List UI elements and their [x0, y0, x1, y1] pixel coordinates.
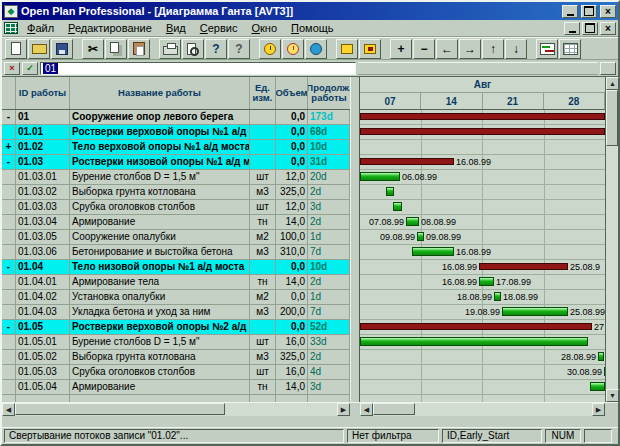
table-row[interactable]: 01.05.02Выборка грунта котлованам3325,02…: [2, 350, 350, 365]
task-bar[interactable]: [360, 172, 400, 181]
menu-window[interactable]: Окно: [244, 22, 284, 34]
title-bar[interactable]: Open Plan Professional - [Диаграмма Гант…: [2, 2, 618, 20]
table-row[interactable]: 01.03.03Срубка оголовков столбовшт12,03d: [2, 200, 350, 215]
table-row[interactable]: 01.03.05Сооружение опалубким2100,01d: [2, 230, 350, 245]
subproject-button[interactable]: [336, 39, 358, 59]
table-row[interactable]: -01.04Тело низовой опоры №1 а/д моста0,0…: [2, 260, 350, 275]
row-expand-toggle[interactable]: -: [2, 155, 16, 169]
table-row[interactable]: +01.02Тело верховой опоры №1 а/д моста0,…: [2, 140, 350, 155]
row-expand-toggle[interactable]: -: [2, 320, 16, 334]
time-analysis-button[interactable]: [259, 39, 281, 59]
column-header-duration[interactable]: Продолж. работы: [308, 77, 350, 109]
spreadsheet-view-button[interactable]: [559, 39, 581, 59]
gantt-scroll-right-button[interactable]: [592, 403, 605, 416]
task-bar[interactable]: [604, 367, 605, 376]
gantt-scroll-left-button[interactable]: [360, 403, 373, 416]
table-row[interactable]: -01Сооружение опор левого берега0,0173d: [2, 110, 350, 125]
task-bar[interactable]: [417, 232, 424, 241]
new-button[interactable]: [5, 39, 27, 59]
move-down-button[interactable]: ↓: [505, 39, 527, 59]
task-bar[interactable]: [479, 277, 494, 286]
task-bar[interactable]: [502, 307, 568, 316]
open-button[interactable]: [28, 39, 50, 59]
cut-button[interactable]: ✂: [82, 39, 104, 59]
gantt-scroll-thumb[interactable]: [373, 403, 415, 415]
expand-button[interactable]: +: [390, 39, 412, 59]
app-icon[interactable]: [4, 5, 18, 18]
table-row[interactable]: 01.05.03Срубка оголовков столбовшт16,04d: [2, 365, 350, 380]
table-row[interactable]: 01.05.01Бурение столбов D = 1,5 м"шт16,0…: [2, 335, 350, 350]
document-window-icon[interactable]: [4, 22, 18, 34]
cancel-edit-button[interactable]: [4, 62, 20, 75]
table-row[interactable]: 01.05.04Армированиетн14,03d: [2, 380, 350, 395]
vertical-scrollbar[interactable]: [605, 77, 618, 402]
vertical-scroll-track[interactable]: [606, 90, 618, 389]
save-button[interactable]: [51, 39, 73, 59]
row-expand-toggle[interactable]: -: [2, 260, 16, 274]
table-row[interactable]: 01.03.01Бурение столбов D = 1,5 м"шт12,0…: [2, 170, 350, 185]
table-horizontal-scrollbar[interactable]: [2, 403, 350, 416]
copy-button[interactable]: [105, 39, 127, 59]
table-row[interactable]: -01.03Ростверки низовой опоры №1 а/д м0,…: [2, 155, 350, 170]
rollup-button[interactable]: [359, 39, 381, 59]
restore-button[interactable]: [581, 5, 597, 18]
task-bar[interactable]: [406, 217, 419, 226]
column-header-unit[interactable]: Ед. изм.: [250, 77, 276, 109]
menu-file[interactable]: Файл: [20, 22, 61, 34]
summary-bar[interactable]: [360, 128, 605, 135]
column-header-volume[interactable]: Объем: [276, 77, 308, 109]
scroll-up-button[interactable]: [606, 77, 619, 90]
collapse-button[interactable]: −: [413, 39, 435, 59]
edit-field[interactable]: 01: [40, 62, 356, 75]
print-preview-button[interactable]: [182, 39, 204, 59]
task-bar[interactable]: [598, 352, 604, 361]
help-button[interactable]: ?: [205, 39, 227, 59]
table-row[interactable]: 01.04.03Укладка бетона и уход за нимм320…: [2, 305, 350, 320]
print-button[interactable]: [159, 39, 181, 59]
table-scroll-thumb[interactable]: [15, 403, 225, 415]
minimize-button[interactable]: [562, 5, 578, 18]
table-row[interactable]: -01.05Ростверки верховой опоры №2 а/д0,0…: [2, 320, 350, 335]
close-button[interactable]: [600, 5, 616, 18]
summary-bar[interactable]: [360, 323, 592, 330]
column-header-id[interactable]: ID работы: [16, 77, 70, 109]
child-close-button[interactable]: [600, 22, 616, 35]
gantt-view-button[interactable]: [536, 39, 558, 59]
gantt-horizontal-scrollbar[interactable]: [360, 403, 605, 416]
table-scroll-left-button[interactable]: [2, 403, 15, 416]
task-bar[interactable]: [360, 337, 588, 346]
task-bar[interactable]: [412, 247, 454, 256]
scroll-down-button[interactable]: [606, 389, 619, 402]
child-restore-button[interactable]: [582, 22, 598, 35]
gantt-scroll-track[interactable]: [373, 403, 592, 416]
task-bar[interactable]: [393, 202, 402, 211]
column-header-name[interactable]: Название работы: [70, 77, 250, 109]
vertical-scroll-thumb[interactable]: [606, 90, 618, 146]
resource-analysis-button[interactable]: [282, 39, 304, 59]
menu-service[interactable]: Сервис: [193, 22, 245, 34]
table-scroll-right-button[interactable]: [337, 403, 350, 416]
menu-help[interactable]: Помощь: [284, 22, 341, 34]
indent-button[interactable]: →: [459, 39, 481, 59]
table-row[interactable]: 01.04.02Установка опалубким20,01d: [2, 290, 350, 305]
menu-edit[interactable]: Редактирование: [61, 22, 159, 34]
table-row[interactable]: 01.03.04Армированиетн14,02d: [2, 215, 350, 230]
menu-view[interactable]: Вид: [159, 22, 193, 34]
edit-bar-right-button[interactable]: [600, 62, 616, 75]
summary-bar[interactable]: [479, 263, 568, 270]
pane-splitter[interactable]: [350, 77, 360, 402]
move-up-button[interactable]: ↑: [482, 39, 504, 59]
row-expand-toggle[interactable]: -: [2, 110, 16, 124]
table-scroll-track[interactable]: [15, 403, 337, 416]
task-bar[interactable]: [386, 187, 394, 196]
row-expand-toggle[interactable]: +: [2, 140, 16, 154]
paste-button[interactable]: [128, 39, 150, 59]
table-row[interactable]: 01.04.01Армирование телатн14,02d: [2, 275, 350, 290]
table-row[interactable]: 01.03.02Выборка грунта котлованам3325,02…: [2, 185, 350, 200]
summary-bar[interactable]: [360, 113, 605, 120]
task-bar[interactable]: [494, 292, 501, 301]
child-minimize-button[interactable]: [564, 22, 580, 35]
context-help-button[interactable]: ?: [228, 39, 250, 59]
network-view-button[interactable]: [305, 39, 327, 59]
summary-bar[interactable]: [360, 158, 454, 165]
